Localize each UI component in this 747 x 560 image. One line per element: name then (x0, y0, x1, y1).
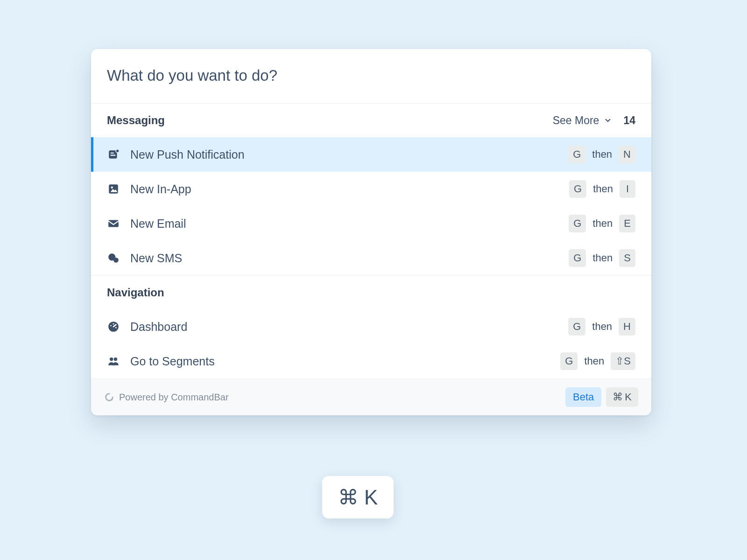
shortcut-separator: then (592, 217, 613, 230)
shortcut-separator: then (593, 183, 613, 195)
email-icon (107, 217, 120, 230)
command-item-label: Dashboard (130, 320, 558, 334)
command-item-label: New In-App (130, 182, 559, 196)
svg-point-5 (111, 187, 113, 189)
see-more-count: 14 (623, 114, 635, 127)
svg-rect-3 (111, 155, 116, 156)
command-item-label: New Email (130, 217, 558, 231)
command-item-new-in-app[interactable]: New In-App G then I (91, 172, 651, 206)
section-header-navigation: Navigation (91, 276, 651, 309)
powered-by: Powered by CommandBar (104, 392, 561, 403)
command-shortcut: G then N (568, 146, 635, 163)
search-wrap (91, 49, 651, 103)
command-palette: Messaging See More 14 New Push Notificat… (91, 49, 651, 415)
shortcut-key: G (569, 249, 586, 267)
shortcut-key: G (560, 352, 578, 370)
palette-footer: Powered by CommandBar Beta ⌘K (91, 378, 651, 415)
shortcut-key: I (620, 180, 635, 198)
shortcut-key: E (619, 215, 635, 232)
command-item-label: Go to Segments (130, 355, 550, 368)
cmd-icon: ⌘ (613, 391, 623, 403)
command-item-new-email[interactable]: New Email G then E (91, 206, 651, 241)
beta-label: Beta (573, 391, 594, 403)
command-item-go-to-segments[interactable]: Go to Segments G then ⇧S (91, 344, 651, 378)
segments-icon (107, 355, 120, 368)
see-more-button[interactable]: See More 14 (553, 114, 635, 127)
shortcut-key: S (619, 249, 635, 267)
svg-point-15 (111, 399, 113, 401)
svg-rect-4 (109, 184, 118, 194)
command-item-dashboard[interactable]: Dashboard G then H (91, 309, 651, 344)
cmd-icon: ⌘ (338, 485, 359, 509)
shortcut-separator: then (584, 355, 604, 367)
command-shortcut: G then I (569, 180, 635, 198)
shortcut-separator: then (592, 321, 612, 333)
svg-point-13 (110, 357, 113, 361)
command-shortcut: G then H (568, 318, 635, 336)
section-header-messaging: Messaging See More 14 (91, 103, 651, 137)
launcher-key: K (364, 486, 378, 509)
command-item-new-push-notification[interactable]: New Push Notification G then N (91, 137, 651, 172)
sms-icon (107, 252, 120, 265)
command-item-new-sms[interactable]: New SMS G then S (91, 241, 651, 275)
svg-rect-2 (111, 153, 114, 154)
hotkey-key: K (625, 391, 632, 403)
command-item-label: New Push Notification (130, 148, 558, 161)
shortcut-key: G (568, 318, 585, 336)
shortcut-key: G (569, 215, 586, 232)
svg-point-11 (113, 323, 114, 325)
shortcut-key: N (619, 146, 635, 163)
command-item-label: New SMS (130, 252, 558, 265)
svg-point-12 (115, 327, 117, 329)
svg-rect-6 (108, 220, 119, 227)
dashboard-icon (107, 320, 120, 333)
svg-point-10 (110, 325, 112, 326)
powered-by-label: Powered by CommandBar (119, 392, 229, 403)
beta-badge[interactable]: Beta (565, 387, 601, 407)
shortcut-key: G (569, 180, 586, 198)
svg-point-8 (113, 258, 119, 263)
command-shortcut: G then ⇧S (560, 352, 635, 370)
command-shortcut: G then S (569, 249, 635, 267)
push-icon (107, 148, 120, 161)
shortcut-key: H (619, 318, 635, 336)
search-input[interactable] (107, 67, 635, 84)
see-more-label: See More (553, 114, 599, 127)
svg-point-1 (116, 149, 119, 153)
section-title: Messaging (107, 114, 553, 127)
shortcut-key: ⇧S (611, 352, 635, 370)
footer-hotkey: ⌘K (606, 387, 638, 407)
command-shortcut: G then E (569, 215, 635, 232)
commandbar-logo-icon (104, 392, 114, 402)
shortcut-key: G (568, 146, 585, 163)
inapp-icon (107, 182, 120, 196)
launcher-button[interactable]: ⌘ K (322, 476, 394, 518)
svg-point-14 (114, 357, 117, 361)
section-title: Navigation (107, 286, 635, 299)
chevron-down-icon (604, 116, 612, 125)
shortcut-separator: then (592, 252, 613, 264)
shortcut-separator: then (592, 148, 612, 161)
